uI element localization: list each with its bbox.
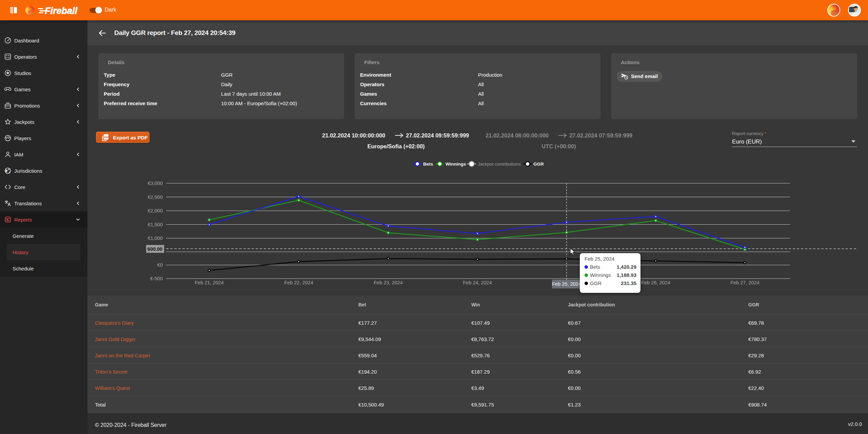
svg-text:Feb 26, 2024: Feb 26, 2024	[641, 280, 670, 285]
svg-text:Feb 27, 2024: Feb 27, 2024	[730, 280, 759, 285]
svg-text:Bets: Bets	[423, 162, 433, 167]
svg-text:€2,500: €2,500	[148, 194, 163, 200]
svg-text:PDF: PDF	[104, 136, 109, 138]
svg-text:Fireball: Fireball	[45, 6, 78, 16]
svg-text:Winnings: Winnings	[446, 162, 466, 167]
svg-text:€1,000: €1,000	[148, 235, 163, 241]
svg-text:GGR: GGR	[533, 162, 544, 167]
svg-text:Feb 22, 2024: Feb 22, 2024	[284, 280, 313, 285]
svg-text:600.00: 600.00	[147, 246, 162, 252]
svg-text:Feb 21, 2024: Feb 21, 2024	[195, 280, 223, 285]
svg-text:€-500: €-500	[150, 276, 163, 281]
svg-text:Feb 24, 2024: Feb 24, 2024	[463, 280, 492, 285]
svg-text:€3,000: €3,000	[148, 181, 163, 186]
svg-text:€0: €0	[157, 262, 163, 268]
svg-text:Jackpot contributions: Jackpot contributions	[478, 162, 521, 167]
svg-text:Feb 23, 2024: Feb 23, 2024	[374, 280, 402, 285]
svg-text:Feb 25, 2024: Feb 25, 2024	[552, 281, 581, 287]
svg-text:€1,500: €1,500	[148, 222, 163, 227]
svg-text:€2,000: €2,000	[148, 208, 163, 213]
